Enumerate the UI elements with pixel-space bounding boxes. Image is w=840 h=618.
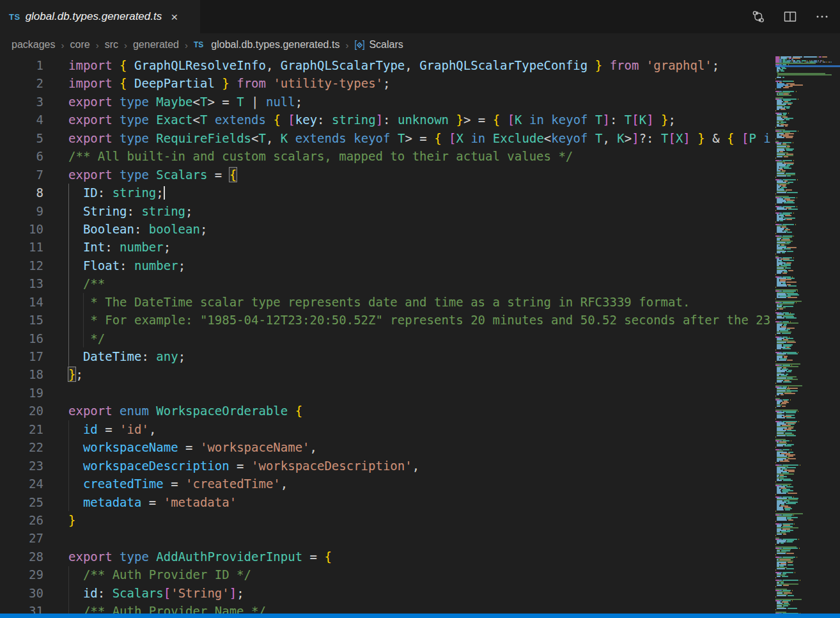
breadcrumb-separator-icon: › <box>96 40 99 51</box>
editor-group: 1234567891011121314151617181920212223242… <box>0 56 840 614</box>
status-bar[interactable] <box>0 614 840 618</box>
breadcrumb: packages›core›src›generated›TSglobal.db.… <box>0 33 840 56</box>
code-line[interactable]: export type Scalars = { <box>68 166 237 184</box>
code-line[interactable]: export type RequireFields<T, K extends k… <box>68 129 771 147</box>
line-number[interactable]: 1 <box>0 56 43 74</box>
breadcrumb-item-generated[interactable]: generated <box>133 39 179 51</box>
code-line[interactable]: export type AddAuthProviderInput = { <box>68 548 332 566</box>
code-line[interactable]: String: string; <box>68 202 193 220</box>
code-area[interactable]: import { GraphQLResolveInfo, GraphQLScal… <box>58 56 840 614</box>
line-number[interactable]: 27 <box>0 529 43 547</box>
breadcrumb-item-file[interactable]: TSglobal.db.types.generated.ts <box>194 39 339 51</box>
breadcrumb-item-core[interactable]: core <box>70 39 90 51</box>
open-changes-icon[interactable] <box>751 9 766 24</box>
breadcrumb-item-packages[interactable]: packages <box>12 39 56 51</box>
line-number[interactable]: 23 <box>0 457 43 475</box>
line-number[interactable]: 17 <box>0 347 43 365</box>
code-line[interactable]: /** All built-in and custom scalars, map… <box>68 147 573 165</box>
line-number[interactable]: 10 <box>0 220 43 238</box>
breadcrumb-separator-icon: › <box>345 40 348 51</box>
code-line[interactable]: */ <box>68 329 105 347</box>
breadcrumb-separator-icon: › <box>61 40 65 51</box>
line-number[interactable]: 13 <box>0 274 43 292</box>
code-line[interactable]: Float: number; <box>68 257 185 274</box>
line-number[interactable]: 6 <box>0 147 43 165</box>
tab-global-db-types[interactable]: TS global.db.types.generated.ts × <box>0 0 200 33</box>
code-line[interactable]: workspaceDescription = 'workspaceDescrip… <box>68 457 419 475</box>
code-line[interactable]: metadata = 'metadata' <box>68 493 237 511</box>
code-line[interactable]: import { GraphQLResolveInfo, GraphQLScal… <box>68 56 719 74</box>
line-number[interactable]: 11 <box>0 238 43 256</box>
code-line[interactable]: export enum WorkspaceOrderable { <box>68 402 302 420</box>
typescript-file-icon: TS <box>9 12 20 22</box>
minimap[interactable] <box>775 56 840 614</box>
symbol-type-icon <box>354 40 365 51</box>
line-number[interactable]: 12 <box>0 257 43 274</box>
breadcrumb-item-symbol[interactable]: Scalars <box>354 39 403 51</box>
line-number[interactable]: 15 <box>0 311 43 329</box>
editor-actions <box>751 0 840 33</box>
split-editor-icon[interactable] <box>782 9 798 24</box>
line-number[interactable]: 3 <box>0 93 43 111</box>
line-number[interactable]: 25 <box>0 493 43 511</box>
text-cursor <box>164 186 165 200</box>
line-number[interactable]: 24 <box>0 475 43 493</box>
line-number[interactable]: 2 <box>0 74 43 92</box>
tab-bar: TS global.db.types.generated.ts × <box>0 0 840 33</box>
line-number[interactable]: 30 <box>0 584 43 602</box>
breadcrumb-separator-icon: › <box>124 40 127 51</box>
line-number[interactable]: 20 <box>0 402 43 420</box>
code-line[interactable]: id = 'id', <box>68 420 156 438</box>
line-number[interactable]: 16 <box>0 329 43 347</box>
line-number[interactable]: 31 <box>0 602 43 614</box>
code-line[interactable]: import { DeepPartial } from 'utility-typ… <box>68 74 390 92</box>
minimap-current-line-marker <box>775 65 840 67</box>
vscode-window: TS global.db.types.generated.ts × <box>0 0 840 618</box>
breadcrumb-file-label: global.db.types.generated.ts <box>211 39 339 51</box>
close-tab-icon[interactable]: × <box>171 11 178 23</box>
code-line[interactable]: export type Exact<T extends { [key: stri… <box>68 111 676 129</box>
minimap-line <box>775 74 840 75</box>
line-number[interactable]: 14 <box>0 293 43 311</box>
code-line[interactable]: }; <box>68 365 83 383</box>
line-number-gutter: 1234567891011121314151617181920212223242… <box>0 56 58 614</box>
line-number[interactable]: 28 <box>0 548 43 566</box>
code-line[interactable]: ID: string; <box>68 184 165 202</box>
line-number[interactable]: 26 <box>0 511 43 529</box>
code-line[interactable]: /** Auth Provider ID */ <box>68 566 251 583</box>
line-number[interactable]: 18 <box>0 365 43 383</box>
line-number[interactable]: 7 <box>0 166 43 184</box>
line-number[interactable]: 4 <box>0 111 43 129</box>
code-line[interactable]: Boolean: boolean; <box>68 220 207 238</box>
tab-title: global.db.types.generated.ts <box>26 10 162 23</box>
code-line[interactable]: /** <box>68 274 105 292</box>
line-number[interactable]: 9 <box>0 202 43 220</box>
line-number[interactable]: 5 <box>0 129 43 147</box>
more-actions-icon[interactable] <box>814 9 830 24</box>
code-line[interactable]: export type Maybe<T> = T | null; <box>68 93 302 111</box>
code-line[interactable]: * The DateTime scalar type represents da… <box>68 293 690 311</box>
code-line[interactable]: workspaceName = 'workspaceName', <box>68 438 317 456</box>
line-number[interactable]: 29 <box>0 566 43 583</box>
line-number[interactable]: 22 <box>0 438 43 456</box>
breadcrumb-separator-icon: › <box>185 40 188 51</box>
line-number[interactable]: 8 <box>0 184 43 202</box>
code-line[interactable]: * For example: "1985-04-12T23:20:50.52Z"… <box>68 311 770 329</box>
breadcrumb-item-src[interactable]: src <box>105 39 118 51</box>
typescript-file-icon: TS <box>194 40 203 49</box>
code-line[interactable]: /** Auth Provider Name */ <box>68 602 266 614</box>
breadcrumb-symbol-label: Scalars <box>369 39 403 51</box>
code-line[interactable]: DateTime: any; <box>68 347 185 365</box>
code-line[interactable]: Int: number; <box>68 238 171 256</box>
line-number[interactable]: 19 <box>0 384 43 402</box>
code-line[interactable]: createdTime = 'createdTime', <box>68 475 288 493</box>
code-line[interactable]: } <box>68 511 75 529</box>
line-number[interactable]: 21 <box>0 420 43 438</box>
code-line[interactable]: id: Scalars['String']; <box>68 584 244 602</box>
